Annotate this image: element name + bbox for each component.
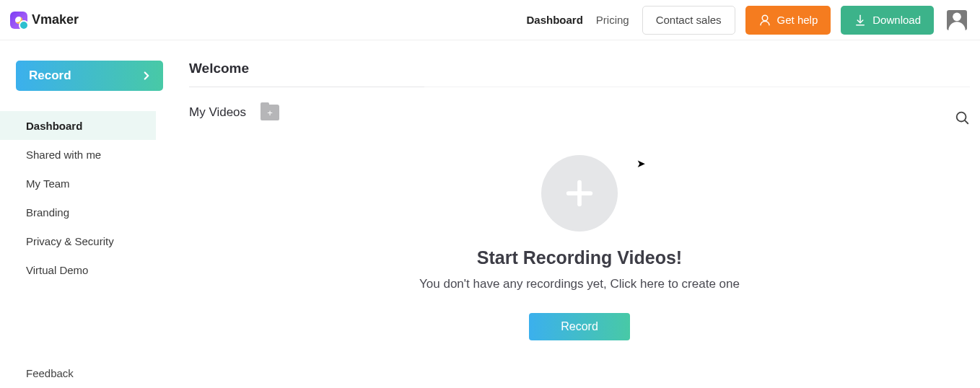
search-button[interactable] xyxy=(953,108,971,127)
record-cta-label: Record xyxy=(561,320,598,332)
feedback-link[interactable]: Feedback xyxy=(0,367,167,388)
sidebar-item-team[interactable]: My Team xyxy=(0,169,167,198)
sidebar-item-shared[interactable]: Shared with me xyxy=(0,140,167,169)
start-recording-circle[interactable] xyxy=(541,155,618,232)
empty-subtitle: You don't have any recordings yet, Click… xyxy=(419,277,740,291)
nav-links: Dashboard Pricing xyxy=(526,14,629,26)
svg-point-1 xyxy=(953,12,961,21)
headset-icon xyxy=(758,14,771,27)
download-label: Download xyxy=(872,14,921,26)
download-icon xyxy=(854,14,867,27)
get-help-label: Get help xyxy=(777,14,818,26)
sidebar-item-branding[interactable]: Branding xyxy=(0,198,167,226)
plus-icon xyxy=(563,177,596,210)
record-primary-button[interactable]: Record xyxy=(16,61,163,91)
main-content: Welcome My Videos + Start Recording Vide… xyxy=(167,40,980,388)
chevron-right-icon xyxy=(140,69,153,82)
logo-text: Vmaker xyxy=(32,12,79,27)
logo[interactable]: Vmaker xyxy=(10,12,79,29)
sidebar-item-label: Virtual Demo xyxy=(26,264,88,276)
empty-state: Start Recording Videos! You don't have a… xyxy=(189,155,970,340)
section-title: My Videos xyxy=(189,105,246,120)
sidebar-item-privacy[interactable]: Privacy & Security xyxy=(0,226,167,255)
svg-point-0 xyxy=(762,15,768,21)
feedback-label: Feedback xyxy=(26,367,74,379)
page-title: Welcome xyxy=(189,61,424,87)
avatar[interactable] xyxy=(947,10,967,30)
topbar: Vmaker Dashboard Pricing Contact sales G… xyxy=(0,0,980,40)
sidebar-item-dashboard[interactable]: Dashboard xyxy=(0,111,156,140)
contact-sales-button[interactable]: Contact sales xyxy=(642,6,735,35)
topbar-right: Dashboard Pricing Contact sales Get help… xyxy=(526,6,967,35)
svg-line-3 xyxy=(965,120,968,123)
search-icon xyxy=(954,110,970,125)
sidebar-item-label: My Team xyxy=(26,177,70,190)
sidebar-item-label: Branding xyxy=(26,206,69,219)
download-button[interactable]: Download xyxy=(841,6,934,35)
empty-title: Start Recording Videos! xyxy=(477,247,682,268)
record-cta-button[interactable]: Record xyxy=(529,313,630,340)
sidebar-item-label: Shared with me xyxy=(26,149,101,161)
sidebar: Record Dashboard Shared with me My Team … xyxy=(0,40,167,388)
plus-icon: + xyxy=(267,108,273,118)
get-help-button[interactable]: Get help xyxy=(745,6,831,35)
nav-link-pricing[interactable]: Pricing xyxy=(596,14,629,26)
sidebar-item-label: Privacy & Security xyxy=(26,235,114,247)
sidebar-item-label: Dashboard xyxy=(26,120,82,132)
contact-sales-label: Contact sales xyxy=(656,14,722,26)
nav-link-dashboard[interactable]: Dashboard xyxy=(526,14,582,26)
record-primary-label: Record xyxy=(29,69,71,83)
logo-icon xyxy=(10,12,27,29)
sidebar-item-virtual-demo[interactable]: Virtual Demo xyxy=(0,255,167,284)
new-folder-button[interactable]: + xyxy=(261,105,279,120)
divider xyxy=(424,87,970,87)
